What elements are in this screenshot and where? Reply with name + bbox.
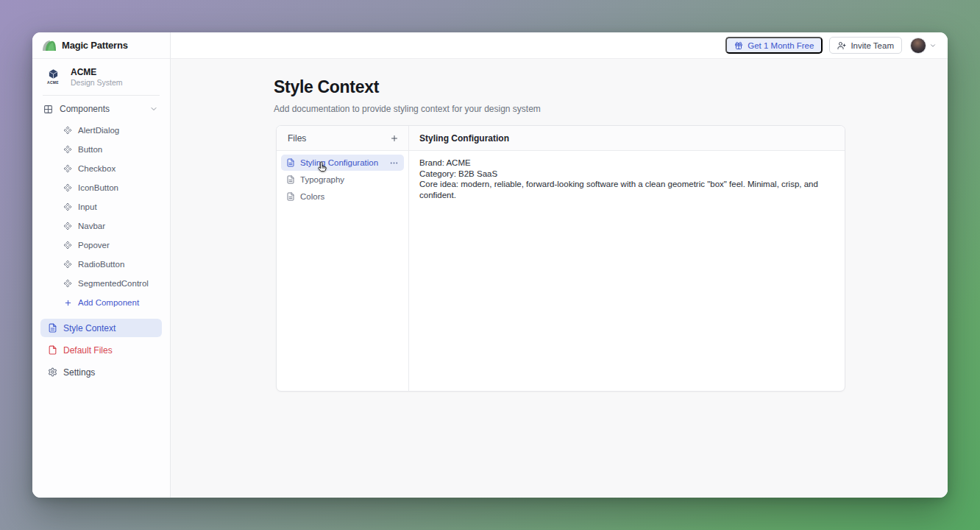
file-name: Styling Configuration: [300, 158, 378, 167]
chevron-down-icon: [929, 42, 937, 49]
component-icon: [63, 145, 72, 154]
app-window: Magic Patterns ACME ACME Design System: [32, 32, 948, 498]
component-label: Input: [78, 202, 97, 211]
invite-team-button[interactable]: Invite Team: [829, 37, 902, 54]
sidebar-item-iconbutton[interactable]: IconButton: [32, 178, 170, 197]
file-text-icon: [286, 192, 295, 201]
component-icon: [63, 183, 72, 192]
files-header: Files: [277, 126, 409, 150]
component-icon: [63, 202, 72, 211]
main-area: Get 1 Month Free Invite Team Style Conte…: [171, 32, 948, 498]
magic-patterns-logo-icon: [42, 40, 57, 52]
page-content: Style Context Add documentation to provi…: [171, 59, 948, 498]
components-section-toggle[interactable]: Components: [32, 96, 170, 121]
component-label: Popover: [78, 241, 110, 250]
workspace-subtitle: Design System: [71, 78, 123, 87]
file-row-typography[interactable]: Typography: [281, 172, 404, 188]
sidebar-item-popover[interactable]: Popover: [32, 236, 170, 255]
components-label: Components: [60, 104, 110, 114]
file-text-icon: [286, 158, 295, 167]
sidebar-item-button[interactable]: Button: [32, 140, 170, 159]
component-label: AlertDialog: [78, 126, 119, 135]
user-plus-icon: [837, 41, 846, 50]
page-title: Style Context: [274, 77, 948, 97]
file-name: Colors: [300, 192, 324, 201]
component-label: RadioButton: [78, 260, 124, 269]
invite-button-label: Invite Team: [851, 41, 894, 50]
component-label: SegmentedControl: [78, 279, 149, 288]
style-context-panel: Files Styling Configuration Styling: [276, 125, 845, 392]
content-line: Core idea: modern, reliable, forward-loo…: [419, 179, 834, 200]
file-row-styling-configuration[interactable]: Styling Configuration: [281, 155, 404, 171]
gift-icon: [734, 41, 743, 50]
component-icon: [63, 260, 72, 269]
promo-button[interactable]: Get 1 Month Free: [725, 37, 823, 54]
workspace-switcher[interactable]: ACME ACME Design System: [32, 59, 170, 93]
file-text-icon: [48, 323, 57, 333]
add-component-button[interactable]: Add Component: [32, 293, 170, 312]
file-icon: [48, 345, 57, 355]
nav-label: Default Files: [63, 345, 113, 356]
component-icon: [63, 241, 72, 250]
add-component-label: Add Component: [78, 298, 139, 307]
component-label: Checkbox: [78, 164, 116, 173]
file-options-icon[interactable]: [389, 158, 399, 168]
grid-icon: [43, 105, 53, 114]
plus-icon: [64, 299, 72, 307]
avatar: [910, 38, 926, 54]
sidebar-item-default-files[interactable]: Default Files: [40, 341, 162, 359]
brand-header[interactable]: Magic Patterns: [32, 32, 170, 59]
desktop-background: { "brand": "Magic Patterns", "workspace"…: [0, 0, 980, 530]
sidebar-item-settings[interactable]: Settings: [40, 363, 162, 381]
panel-header: Files Styling Configuration: [277, 126, 845, 151]
sidebar-item-segmentedcontrol[interactable]: SegmentedControl: [32, 274, 170, 293]
sidebar-nav: Style Context Default Files Settings: [32, 319, 170, 385]
file-content-header: Styling Configuration: [409, 126, 845, 150]
sidebar-item-input[interactable]: Input: [32, 197, 170, 216]
workspace-logo-text: ACME: [47, 80, 59, 85]
topbar: Get 1 Month Free Invite Team: [171, 32, 948, 59]
gear-icon: [48, 367, 57, 377]
panel-body: Styling Configuration Typography: [277, 151, 845, 391]
component-icon: [63, 164, 72, 173]
file-name: Typography: [300, 175, 344, 184]
nav-label: Settings: [63, 367, 95, 378]
component-label: Navbar: [78, 222, 105, 230]
content-line: Brand: ACME: [419, 158, 834, 169]
sidebar-item-style-context[interactable]: Style Context: [40, 319, 162, 337]
sidebar-item-checkbox[interactable]: Checkbox: [32, 159, 170, 178]
file-text-icon: [286, 175, 295, 184]
promo-button-label: Get 1 Month Free: [748, 41, 814, 50]
sidebar-item-alertdialog[interactable]: AlertDialog: [32, 121, 170, 140]
workspace-name: ACME: [71, 67, 123, 77]
sidebar-item-radiobutton[interactable]: RadioButton: [32, 255, 170, 274]
component-label: Button: [78, 145, 102, 154]
chevron-down-icon: [149, 105, 158, 113]
content-line: Category: B2B SaaS: [419, 169, 834, 180]
workspace-logo-icon: ACME: [43, 66, 63, 88]
file-content-view[interactable]: Brand: ACME Category: B2B SaaS Core idea…: [409, 151, 845, 391]
brand-name: Magic Patterns: [62, 40, 128, 51]
add-file-button[interactable]: [390, 134, 399, 143]
components-list: AlertDialog Button Checkbox IconButton I…: [32, 121, 170, 319]
nav-label: Style Context: [63, 323, 116, 333]
sidebar-item-navbar[interactable]: Navbar: [32, 216, 170, 236]
account-menu[interactable]: [910, 38, 937, 54]
files-header-label: Files: [288, 133, 306, 144]
component-label: IconButton: [78, 183, 118, 192]
file-row-colors[interactable]: Colors: [281, 188, 404, 205]
sidebar: Magic Patterns ACME ACME Design System: [32, 32, 171, 498]
component-icon: [63, 279, 72, 288]
component-icon: [63, 126, 72, 135]
page-subtitle: Add documentation to provide styling con…: [274, 104, 948, 114]
files-list: Styling Configuration Typography: [277, 151, 409, 391]
component-icon: [63, 222, 72, 230]
